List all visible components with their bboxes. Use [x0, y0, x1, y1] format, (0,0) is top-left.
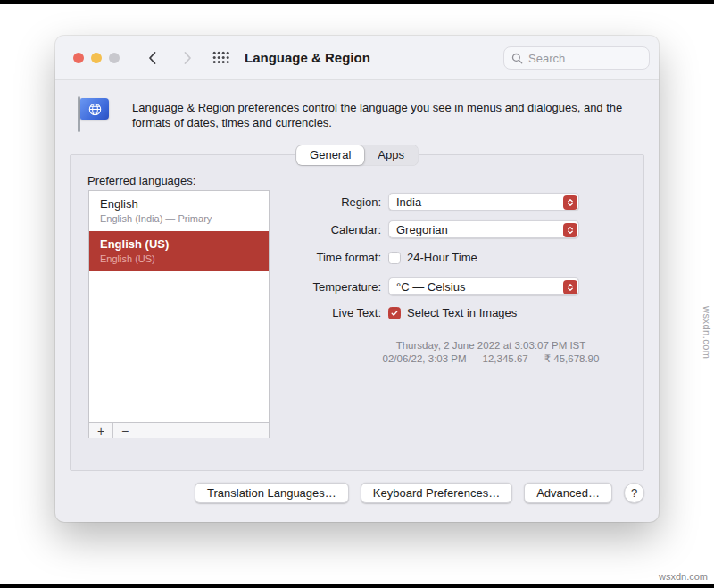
flag-cloth [80, 98, 109, 120]
add-language-button[interactable]: + [89, 423, 113, 438]
forward-button[interactable] [178, 49, 196, 67]
bottom-black-bar [0, 584, 714, 588]
checkmark-icon [390, 309, 399, 318]
calendar-label: Calendar: [109, 223, 388, 236]
globe-icon [87, 102, 103, 117]
time-format-row: Time format: 24-Hour Time [109, 251, 477, 264]
back-button[interactable] [143, 49, 161, 67]
close-button[interactable] [73, 53, 84, 63]
live-text-row: Live Text: Select Text in Images [109, 306, 517, 319]
time-format-label: Time format: [109, 251, 388, 264]
tab-bar: General Apps [295, 145, 419, 166]
preview-datetime: Thursday, 2 June 2022 at 3:03:07 PM IST [344, 339, 638, 352]
language-region-window: Language & Region Search Language [55, 36, 659, 522]
time-format-value: 24-Hour Time [407, 251, 477, 264]
tab-apps[interactable]: Apps [364, 145, 418, 165]
preview-short-date: 02/06/22, 3:03 PM [383, 352, 467, 366]
temperature-row: Temperature: °C — Celsius [109, 277, 579, 295]
footer-button-row: Translation Languages… Keyboard Preferen… [195, 483, 644, 503]
region-select[interactable]: India [388, 193, 579, 211]
region-value: India [396, 195, 421, 209]
zoom-button[interactable] [109, 53, 120, 63]
language-title: English (US) [100, 237, 258, 251]
live-text-value: Select Text in Images [407, 306, 517, 319]
language-flag-icon [75, 95, 114, 134]
chevron-left-icon [147, 51, 157, 65]
region-label: Region: [109, 195, 388, 209]
preview-currency: ₹ 45,678.90 [544, 352, 600, 366]
preview-number: 12,345.67 [483, 352, 528, 366]
preview-formats: 02/06/22, 3:03 PM 12,345.67 ₹ 45,678.90 [344, 352, 638, 366]
calendar-value: Gregorian [396, 223, 448, 236]
live-text-label: Live Text: [109, 306, 388, 319]
preferred-languages-label: Preferred languages: [87, 174, 195, 187]
stepper-icon [563, 195, 577, 210]
list-footer: + − [89, 422, 269, 438]
preferences-description: Language & Region preferences control th… [132, 100, 637, 130]
temperature-select[interactable]: °C — Celsius [388, 277, 579, 295]
advanced-button[interactable]: Advanced… [524, 483, 612, 503]
titlebar: Language & Region Search [55, 36, 659, 80]
region-row: Region: India [109, 193, 579, 211]
format-preview: Thursday, 2 June 2022 at 3:03:07 PM IST … [344, 339, 638, 366]
chevron-right-icon [183, 51, 193, 65]
help-button[interactable]: ? [624, 483, 644, 503]
search-icon [511, 53, 523, 64]
stepper-icon [563, 280, 577, 294]
search-input[interactable]: Search [503, 46, 650, 70]
time-format-checkbox[interactable] [388, 252, 401, 264]
calendar-row: Calendar: Gregorian [109, 220, 579, 238]
calendar-select[interactable]: Gregorian [388, 220, 579, 238]
grid-icon [212, 51, 229, 64]
live-text-checkbox[interactable] [388, 307, 401, 319]
top-black-bar [0, 0, 714, 4]
remove-language-button[interactable]: − [113, 423, 137, 438]
watermark-corner: wsxdn.com [659, 571, 708, 582]
watermark-side: wsxdn.com [702, 306, 712, 360]
minimize-button[interactable] [91, 53, 102, 63]
temperature-value: °C — Celsius [396, 280, 465, 294]
window-title: Language & Region [245, 50, 370, 65]
stepper-icon [563, 223, 577, 237]
tab-general[interactable]: General [296, 145, 364, 165]
temperature-label: Temperature: [109, 280, 388, 294]
translation-languages-button[interactable]: Translation Languages… [195, 483, 349, 503]
keyboard-preferences-button[interactable]: Keyboard Preferences… [361, 483, 512, 503]
search-placeholder: Search [528, 52, 565, 65]
show-all-button[interactable] [212, 51, 229, 68]
